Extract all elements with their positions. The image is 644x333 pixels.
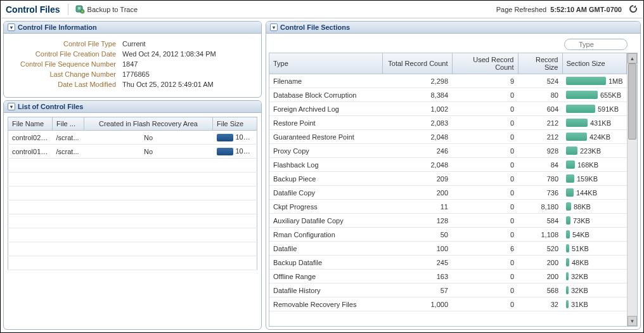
search-input[interactable] [564, 39, 628, 50]
total-record-cell: 50 [382, 228, 452, 242]
record-size-cell: 212 [518, 116, 562, 130]
record-size-cell: 780 [518, 172, 562, 186]
file-size-cell: 10MB [213, 131, 257, 145]
section-size-cell: 31KB [562, 297, 627, 311]
total-record-cell: 1,002 [382, 102, 452, 116]
used-record-cell: 0 [452, 102, 518, 116]
table-row[interactable]: Removable Recovery Files1,00003231KB [269, 297, 627, 311]
chevron-down-icon[interactable]: ▾ [270, 23, 278, 31]
column-header[interactable]: File Size [213, 117, 257, 131]
record-size-cell: 32 [518, 297, 562, 311]
info-row: Date Last ModifiedThu Oct 25, 2012 5:49:… [11, 81, 254, 88]
table-row[interactable]: Datafile100652051KB [269, 242, 627, 256]
column-header[interactable]: Type [269, 53, 382, 74]
type-cell: Flashback Log [269, 158, 382, 172]
file-size-cell: 10MB [213, 145, 257, 159]
type-cell: Auxiliary Datafile Copy [269, 214, 382, 228]
info-row: Last Change Number1776865 [11, 70, 254, 78]
section-size-cell: 54KB [562, 228, 627, 242]
type-cell: Database Block Corruption [269, 88, 382, 102]
section-size-cell: 144KB [562, 186, 627, 200]
section-size-cell: 73KB [562, 214, 627, 228]
table-row[interactable]: Backup Piece2090780159KB [269, 172, 627, 186]
table-row[interactable]: Datafile Copy2000736144KB [269, 186, 627, 200]
type-cell: Foreign Archived Log [269, 102, 382, 116]
svg-point-1 [80, 10, 84, 13]
type-cell: Ckpt Progress [269, 200, 382, 214]
scroll-down-button[interactable]: ▼ [628, 316, 637, 326]
backup-label: Backup to Trace [87, 6, 138, 13]
section-size-cell: 32KB [562, 284, 627, 297]
control-files-table: File NameFile ...Created in Flash Recove… [8, 117, 257, 270]
table-row[interactable]: Auxiliary Datafile Copy128058473KB [269, 214, 627, 228]
section-size-cell: 88KB [562, 200, 627, 214]
table-row[interactable]: Database Block Corruption8,384080655KB [269, 88, 627, 102]
vertical-scrollbar[interactable]: ▲ ▼ [627, 53, 637, 326]
top-bar: Control Files Backup to Trace Page Refre… [1, 1, 643, 18]
table-row: . [8, 200, 257, 214]
column-header[interactable]: Section Size [562, 53, 627, 74]
table-row[interactable]: Datafile History57056832KB [269, 284, 627, 297]
scroll-thumb[interactable] [628, 63, 636, 140]
used-record-cell: 0 [452, 297, 518, 311]
table-row[interactable]: Flashback Log2,048084168KB [269, 158, 627, 172]
table-row: . [8, 256, 257, 270]
total-record-cell: 163 [382, 270, 452, 284]
flash-recovery-cell: No [84, 145, 213, 159]
refresh-status: Page Refreshed 5:52:10 AM GMT-0700 [496, 6, 622, 13]
table-row[interactable]: control01.ctl/scrat...No10MB [8, 145, 257, 159]
info-label: Control File Type [11, 40, 122, 48]
section-size-cell: 655KB [562, 88, 627, 102]
table-row[interactable]: Guaranteed Restore Point2,0480212424KB [269, 130, 627, 144]
record-size-cell: 80 [518, 88, 562, 102]
used-record-cell: 0 [452, 186, 518, 200]
column-header[interactable]: Created in Flash Recovery Area [84, 117, 213, 131]
refresh-icon[interactable] [628, 4, 638, 15]
used-record-cell: 0 [452, 158, 518, 172]
column-header[interactable]: File Name [8, 117, 53, 131]
table-row: . [8, 242, 257, 256]
panel-title: Control File Sections [280, 23, 350, 31]
column-header[interactable]: File ... [53, 117, 84, 131]
chevron-down-icon[interactable]: ▾ [8, 103, 15, 110]
record-size-cell: 212 [518, 130, 562, 144]
used-record-cell: 0 [452, 130, 518, 144]
info-label: Control File Creation Date [11, 50, 122, 58]
column-header[interactable]: Record Size [518, 53, 562, 74]
section-size-cell: 159KB [562, 172, 627, 186]
record-size-cell: 568 [518, 284, 562, 297]
backup-to-trace-button[interactable]: Backup to Trace [68, 4, 138, 15]
table-row[interactable]: control02.ctl/scrat...No10MB [8, 131, 257, 145]
chevron-down-icon[interactable]: ▾ [8, 23, 15, 31]
table-row[interactable]: Foreign Archived Log1,0020604591KB [269, 102, 627, 116]
section-size-cell: 48KB [562, 256, 627, 270]
table-row: . [8, 186, 257, 200]
record-size-cell: 200 [518, 270, 562, 284]
table-row[interactable]: Rman Configuration5001,10854KB [269, 228, 627, 242]
total-record-cell: 200 [382, 186, 452, 200]
used-record-cell: 0 [452, 270, 518, 284]
control-file-sections-panel: ▾ Control File Sections [266, 21, 641, 330]
info-row: Control File Creation DateWed Oct 24, 20… [11, 50, 254, 58]
table-row: . [8, 159, 257, 173]
scroll-up-button[interactable]: ▲ [628, 53, 637, 63]
table-row[interactable]: Offline Range163020032KB [269, 270, 627, 284]
table-row[interactable]: Filename2,29895241MB [269, 74, 627, 88]
record-size-cell: 736 [518, 186, 562, 200]
record-size-cell: 524 [518, 74, 562, 88]
table-row[interactable]: Ckpt Progress1108,18088KB [269, 200, 627, 214]
control-file-info-panel: ▾ Control File Information Control File … [3, 21, 262, 98]
column-header[interactable]: Used Record Count [452, 53, 518, 74]
type-cell: Rman Configuration [269, 228, 382, 242]
table-row[interactable]: Restore Point2,0830212431KB [269, 116, 627, 130]
section-size-cell: 223KB [562, 144, 627, 158]
table-row[interactable]: Backup Datafile245020048KB [269, 256, 627, 270]
used-record-cell: 0 [452, 214, 518, 228]
record-size-cell: 200 [518, 256, 562, 270]
total-record-cell: 2,048 [382, 158, 452, 172]
column-header[interactable]: Total Record Count [382, 53, 452, 74]
list-of-control-files-panel: ▾ List of Control Files File NameFile ..… [3, 100, 262, 330]
table-row[interactable]: Proxy Copy2460928223KB [269, 144, 627, 158]
sections-table: TypeTotal Record CountUsed Record CountR… [269, 53, 627, 311]
table-row: . [8, 173, 257, 186]
